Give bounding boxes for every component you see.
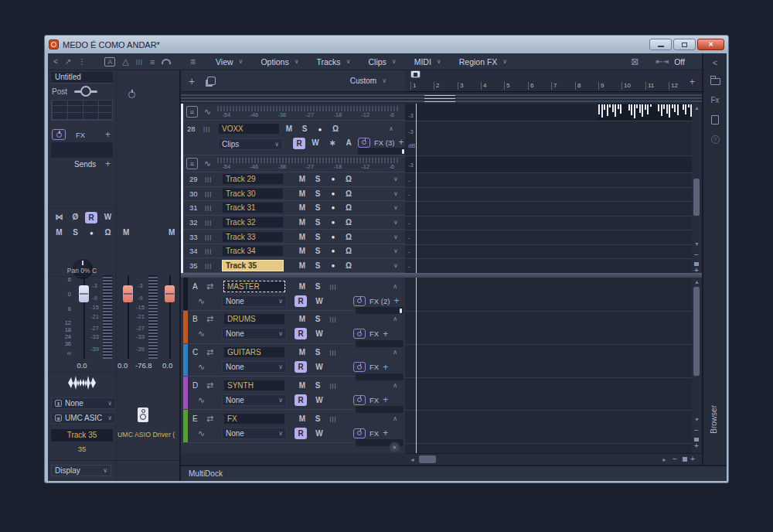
mute-button[interactable]: M	[295, 203, 310, 212]
track-name-box[interactable]: Track 29	[222, 173, 284, 185]
multidock-bar[interactable]: MultiDock	[181, 465, 727, 481]
bus-row[interactable]: C ⇄ GUITARS M S ||| ∧ ∿ None∨ R	[181, 344, 405, 377]
bus-name-box[interactable]: GUITARS	[223, 346, 285, 358]
maximize-button[interactable]	[673, 39, 696, 50]
read-automation-button[interactable]: R	[85, 212, 97, 223]
minimize-button[interactable]	[649, 39, 672, 50]
fx-power-icon[interactable]	[353, 296, 366, 306]
close-button[interactable]: ✕	[697, 39, 724, 50]
record-arm-button[interactable]: ●	[325, 204, 341, 211]
collapse-browser-icon[interactable]: <	[713, 58, 717, 67]
track-name-box[interactable]: Track 34	[222, 245, 284, 257]
fx-rack[interactable]: FX (2) +	[353, 295, 399, 306]
fx-power-icon[interactable]	[358, 138, 370, 148]
help-icon[interactable]: ?	[711, 135, 720, 144]
scroll-up-icon[interactable]: ▲	[694, 105, 700, 111]
preset-box[interactable]: Untitled	[51, 72, 113, 84]
title-bar[interactable]: MEDO É COMO ANDAR* ✕	[45, 36, 728, 53]
bus-row[interactable]: D ⇄ SYNTH M S ||| ∧ ∿ None∨ R	[181, 377, 405, 410]
track-header-voxx[interactable]: 28 ||| VOXX M S ● Ω ∧ Clips∨ R W ∗ A	[183, 121, 405, 155]
mute-button[interactable]: M	[295, 233, 310, 241]
track-row[interactable]: 33 ||| Track 33 M S ● Ω ∨	[183, 230, 405, 244]
record-arm-button[interactable]: ●	[325, 247, 341, 254]
write-button[interactable]: W	[312, 396, 327, 404]
eq-plot[interactable]	[51, 100, 113, 121]
collapse-chevron[interactable]: ∧	[389, 125, 393, 132]
bus-name-box[interactable]: MASTER	[223, 281, 285, 292]
track-name-box[interactable]: Track 32	[222, 217, 284, 228]
lane-list-icon[interactable]: ≡	[186, 158, 198, 169]
snap-module[interactable]: ⇤⇥ Off	[656, 57, 685, 66]
browser-tab-label[interactable]: Browser	[710, 405, 718, 434]
input-echo-button[interactable]: Ω	[341, 203, 356, 212]
mute-button[interactable]: M	[295, 261, 310, 270]
arranger-strip[interactable]	[181, 92, 702, 104]
clips-dropdown[interactable]: Clips∨	[218, 138, 283, 150]
expand-chevron[interactable]: ∨	[393, 176, 398, 182]
fx-power-icon[interactable]	[353, 395, 366, 405]
fx-power-chip[interactable]	[52, 129, 66, 140]
bus-gain-value[interactable]: 0.0	[117, 361, 128, 370]
bus-name-box[interactable]: FX	[223, 413, 285, 425]
input-dropdown[interactable]: ▮ None∨	[51, 397, 116, 409]
menu-tracks[interactable]: Tracks∨	[317, 57, 351, 66]
menu-options[interactable]: Options∨	[261, 57, 298, 66]
solo-button[interactable]: S	[310, 315, 325, 323]
solo-button[interactable]: S	[310, 348, 325, 356]
menu-clips[interactable]: Clips∨	[368, 57, 396, 66]
input-echo-button[interactable]: Ω	[341, 218, 356, 227]
solo-button[interactable]: S	[299, 124, 310, 133]
volume-fader-thumb[interactable]	[79, 285, 89, 302]
read-button[interactable]: R	[295, 328, 307, 339]
mute-button[interactable]: M	[295, 282, 310, 291]
automation-dropdown[interactable]: None∨	[222, 295, 287, 307]
write-automation-button[interactable]: W	[101, 213, 114, 221]
read-button[interactable]: R	[295, 394, 307, 406]
post-knob-icon[interactable]	[74, 86, 97, 97]
pane-splitter[interactable]	[181, 273, 702, 278]
solo-button[interactable]: S	[310, 189, 325, 198]
scroll-thumb[interactable]	[419, 455, 436, 463]
mute-button[interactable]: M	[295, 348, 310, 356]
read-button[interactable]: R	[295, 428, 307, 439]
expand-chevron[interactable]: ∨	[393, 219, 398, 226]
expand-chevron[interactable]: ∨	[393, 190, 398, 197]
clip-inspector-icon[interactable]: |||	[136, 58, 143, 65]
mute-button[interactable]: M	[295, 414, 310, 423]
track-inspector-icon[interactable]: A	[104, 57, 115, 66]
automation-dropdown[interactable]: None∨	[222, 361, 287, 373]
clip-lane[interactable]	[405, 155, 692, 172]
zoom-handle[interactable]	[683, 457, 687, 462]
solo-button[interactable]: S	[310, 175, 325, 183]
write-button[interactable]: W	[312, 297, 327, 305]
solo-button[interactable]: S	[310, 233, 325, 241]
input-echo-button[interactable]: Ω	[330, 124, 341, 133]
automation-button[interactable]: A	[343, 138, 354, 147]
add-fx-button[interactable]: +	[393, 295, 399, 306]
playhead-line[interactable]	[416, 104, 417, 453]
fx-power-icon[interactable]	[353, 362, 366, 372]
write-button[interactable]: W	[312, 329, 327, 338]
output-dropdown[interactable]: ◉ UMC ASIC∨	[51, 412, 116, 424]
bus-row[interactable]: B ⇄ DRUMS M S ||| ∧ ∿ None∨ R	[181, 311, 405, 344]
menu-midi[interactable]: MIDI∨	[414, 57, 441, 66]
solo-button[interactable]: S	[310, 247, 325, 255]
add-fx-button[interactable]: +	[383, 394, 388, 405]
phase-button[interactable]: ⋈	[53, 213, 66, 221]
input-echo-button[interactable]: Ω	[101, 228, 114, 237]
input-echo-button[interactable]: Ω	[341, 261, 356, 270]
collapse-chevron[interactable]: ∧	[393, 315, 397, 322]
expand-chevron[interactable]: ∨	[393, 247, 398, 254]
mute-button[interactable]: M	[295, 175, 310, 183]
scroll-right-icon[interactable]: ►	[662, 457, 667, 462]
record-arm-button[interactable]: ●	[315, 126, 325, 133]
input-echo-button[interactable]: Ω	[341, 247, 356, 255]
zoom-in-icon[interactable]: +	[694, 442, 699, 450]
tracks-vscrollbar[interactable]: ▲ ▼ − +	[692, 104, 701, 273]
sends-add-button[interactable]: +	[105, 159, 111, 169]
scroll-down-icon[interactable]: ▼	[694, 241, 700, 247]
automation-dropdown[interactable]: None∨	[222, 394, 287, 406]
mute-button[interactable]: M	[295, 218, 310, 227]
fx-rack[interactable]: FX +	[353, 329, 388, 339]
envelope-tool-icon[interactable]: ⊠	[631, 56, 638, 67]
